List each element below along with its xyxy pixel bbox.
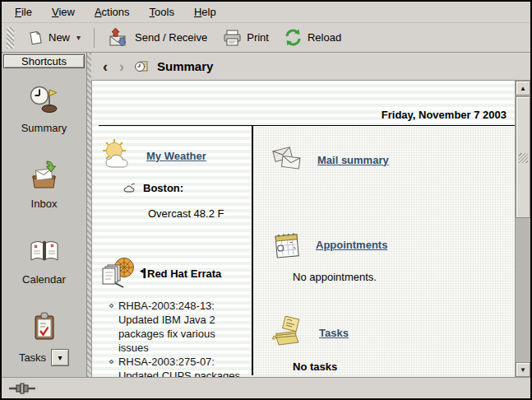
vertical-scrollbar[interactable]: ▲ ▼ (515, 81, 530, 377)
errata-list: ⋄ RHBA-2003:248-13: Updated IBM Java 2 p… (109, 299, 245, 377)
summary-content: Friday, November 7 2003 (92, 81, 515, 377)
my-weather-link[interactable]: My Weather (146, 150, 206, 162)
toolbar-separator (94, 28, 95, 48)
chevron-down-icon: ▾ (58, 353, 62, 362)
errata-item-text: RHBA-2003:248-13: Updated IBM Java 2 pac… (118, 299, 245, 355)
menu-help[interactable]: Help (187, 2, 226, 21)
sidebar-item-label: Summary (21, 122, 67, 134)
errata-icon (99, 256, 136, 291)
tasks-status: No tasks (293, 360, 515, 373)
shortcut-list: Summary Inbox (2, 70, 86, 386)
shortcut-group-dropdown-button[interactable]: ▾ (51, 349, 69, 366)
mail-summary-section: Mail summary (270, 144, 515, 175)
summary-date: Friday, November 7 2003 (92, 81, 515, 125)
send-receive-icon (108, 28, 130, 47)
summary-left-column: My Weather Boston: (92, 126, 252, 375)
menu-view[interactable]: View (45, 2, 85, 21)
new-dropdown-caret-icon: ▾ (76, 33, 81, 42)
new-document-icon (27, 30, 44, 46)
appointments-status: No appointments. (293, 271, 515, 283)
tasks-icon (28, 310, 61, 343)
arrow-up-icon: ▲ (520, 85, 526, 92)
menu-file[interactable]: File (8, 2, 42, 21)
new-button[interactable]: New ▾ (21, 27, 87, 49)
reload-icon (284, 29, 303, 46)
reload-label: Reload (308, 31, 341, 44)
mail-summary-link[interactable]: Mail summary (317, 154, 389, 166)
sidebar-item-summary[interactable]: Summary (2, 83, 86, 159)
body: Shortcuts Summary (2, 53, 530, 377)
errata-item-text: RHSA-2003:275-07: Updated CUPS packages … (118, 355, 245, 377)
print-icon (222, 29, 242, 46)
summary-view: Friday, November 7 2003 (91, 81, 530, 377)
errata-item[interactable]: ⋄ RHSA-2003:275-07: Updated CUPS package… (109, 355, 245, 377)
shortcuts-group-label: Shortcuts (21, 55, 67, 67)
main-pane: ‹ › Summary Friday, November 7 2 (91, 53, 530, 377)
sidebar-item-tasks: Tasks ▾ (2, 310, 86, 386)
sidebar-item-label: Calendar (22, 273, 66, 286)
tasks-link[interactable]: Tasks (319, 327, 349, 339)
weather-location-row: Boston: (123, 182, 252, 194)
evolution-window: File View Actions Tools Help New ▾ (0, 0, 532, 400)
mail-summary-icon (270, 144, 306, 175)
inbox-icon (28, 159, 61, 192)
sidebar-item-calendar[interactable]: Calendar (2, 235, 86, 310)
scrollbar-thumb[interactable] (516, 96, 530, 218)
errata-section: Red Hat Errata (99, 256, 252, 291)
bullet-icon: ⋄ (109, 299, 114, 355)
weather-location: Boston: (143, 182, 183, 194)
send-receive-label: Send / Receive (135, 31, 207, 44)
appointments-section: Appointments (270, 228, 515, 261)
errata-item[interactable]: ⋄ RHBA-2003:248-13: Updated IBM Java 2 p… (109, 299, 245, 355)
page-title: Summary (157, 59, 213, 73)
errata-marker-icon (140, 268, 146, 278)
forward-button[interactable]: › (118, 59, 126, 74)
sidebar-tasks-row: Tasks ▾ (19, 349, 69, 366)
sidebar-item-inbox[interactable]: Inbox (2, 159, 86, 235)
toolbar-grip[interactable] (7, 27, 14, 49)
print-label: Print (247, 31, 269, 44)
scroll-up-button[interactable]: ▲ (516, 81, 530, 95)
summary-icon (28, 83, 61, 116)
scrollbar-thumb-grip-icon (519, 153, 528, 163)
sidebar-item-label: Inbox (31, 198, 58, 210)
menu-actions[interactable]: Actions (88, 2, 140, 21)
shortcut-sidebar: Shortcuts Summary (2, 53, 87, 377)
arrow-down-icon: ▼ (520, 366, 526, 374)
scroll-down-button[interactable]: ▼ (516, 362, 530, 377)
new-button-label: New (49, 31, 70, 44)
sidebar-item-tasks-label[interactable]: Tasks (19, 351, 46, 364)
menu-tools[interactable]: Tools (143, 2, 184, 21)
online-status-plug-icon[interactable] (9, 383, 39, 394)
tasks-section: Tasks (270, 316, 515, 349)
appointments-icon (270, 228, 304, 261)
shortcuts-group-button[interactable]: Shortcuts (3, 54, 85, 68)
bullet-icon: ⋄ (109, 355, 114, 377)
tasks-notes-icon (270, 316, 308, 349)
print-button[interactable]: Print (215, 26, 275, 49)
toolbar: New ▾ Send / Receive (2, 23, 530, 53)
errata-title-row: Red Hat Errata (140, 267, 221, 280)
summary-folder-icon (134, 59, 149, 74)
weather-conditions: Overcast 48.2 F (148, 207, 252, 220)
errata-title: Red Hat Errata (147, 267, 221, 280)
summary-right-column: Mail summary (253, 126, 515, 375)
status-bar (2, 377, 530, 398)
menu-bar: File View Actions Tools Help (2, 2, 530, 23)
calendar-icon (28, 235, 61, 267)
weather-icon (99, 137, 138, 174)
appointments-link[interactable]: Appointments (316, 239, 387, 251)
cloud-icon (123, 183, 137, 193)
back-button[interactable]: ‹ (101, 59, 109, 74)
folder-header-bar: ‹ › Summary (91, 53, 530, 81)
reload-button[interactable]: Reload (277, 26, 348, 49)
weather-section: My Weather (99, 137, 252, 174)
send-receive-button[interactable]: Send / Receive (101, 26, 214, 49)
